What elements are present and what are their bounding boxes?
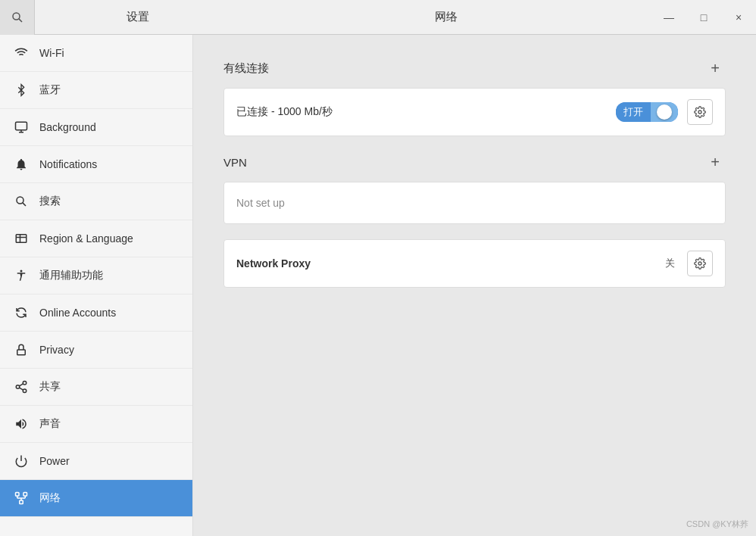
background-icon [12, 118, 30, 136]
proxy-label: Network Proxy [236, 257, 665, 270]
online-accounts-icon [12, 304, 30, 322]
titlebar: 设置 网络 — □ × [0, 0, 756, 35]
close-button[interactable]: × [721, 0, 756, 35]
sidebar-item-online-accounts-label: Online Accounts [39, 307, 116, 319]
wired-settings-button[interactable] [687, 99, 713, 125]
sidebar-item-accessibility-label: 通用辅助功能 [39, 269, 103, 282]
proxy-status: 关 [665, 257, 675, 270]
sidebar-item-wifi[interactable]: Wi-Fi [0, 35, 192, 72]
sidebar-item-sharing[interactable]: 共享 [0, 369, 192, 406]
sidebar-item-privacy-label: Privacy [39, 344, 74, 356]
sidebar-item-search[interactable]: 搜索 [0, 183, 192, 220]
wired-card: 已连接 - 1000 Mb/秒 打开 [223, 88, 726, 136]
wired-connection-row: 已连接 - 1000 Mb/秒 打开 [224, 89, 725, 136]
sidebar-item-notifications-label: Notifications [39, 158, 97, 170]
wired-toggle-thumb-area [651, 102, 678, 122]
svg-point-11 [23, 382, 27, 385]
proxy-settings-button[interactable] [687, 251, 713, 276]
maximize-button[interactable]: □ [686, 0, 721, 35]
sidebar-item-bluetooth-label: 蓝牙 [39, 83, 61, 97]
vpn-not-set-label: Not set up [236, 197, 713, 209]
region-icon [12, 229, 30, 248]
wired-toggle-group: 打开 [616, 99, 713, 125]
svg-rect-19 [20, 500, 23, 504]
minimize-button[interactable]: — [651, 0, 686, 35]
watermark: CSDN @KY林荞 [686, 519, 748, 530]
privacy-icon [12, 341, 30, 359]
sidebar: Wi-Fi 蓝牙 Background [0, 35, 193, 536]
svg-point-0 [13, 13, 20, 20]
sidebar-item-wifi-label: Wi-Fi [39, 47, 64, 59]
sidebar-item-background[interactable]: Background [0, 109, 192, 146]
sidebar-item-power[interactable]: Power [0, 443, 192, 480]
wired-section-header: 有线连接 + [223, 58, 726, 79]
wired-toggle-thumb [657, 104, 672, 120]
svg-point-24 [698, 111, 701, 114]
proxy-row: Network Proxy 关 [224, 240, 725, 287]
search-sidebar-icon [12, 192, 30, 210]
sidebar-item-bluetooth[interactable]: 蓝牙 [0, 72, 192, 109]
svg-point-5 [17, 197, 23, 204]
sound-icon [12, 415, 30, 433]
wired-toggle-label: 打开 [616, 102, 651, 122]
svg-rect-7 [16, 235, 27, 243]
wifi-icon [12, 44, 30, 62]
sidebar-item-power-label: Power [39, 455, 70, 467]
bluetooth-icon [12, 81, 30, 99]
sidebar-item-background-label: Background [39, 121, 96, 133]
power-icon [12, 452, 30, 470]
wired-toggle[interactable]: 打开 [616, 102, 678, 122]
accessibility-icon [12, 266, 30, 285]
wired-connection-status: 已连接 - 1000 Mb/秒 [236, 105, 616, 119]
search-button[interactable] [0, 0, 35, 35]
sidebar-item-region-label: Region & Language [39, 232, 133, 245]
network-title: 网络 [240, 10, 651, 24]
svg-line-1 [18, 18, 21, 21]
network-icon [12, 489, 30, 507]
sidebar-item-online-accounts[interactable]: Online Accounts [0, 294, 192, 332]
sidebar-item-accessibility[interactable]: 通用辅助功能 [0, 257, 192, 294]
svg-rect-18 [23, 493, 27, 497]
vpn-card: Not set up [223, 182, 726, 224]
svg-line-15 [19, 384, 23, 386]
svg-rect-2 [16, 122, 27, 130]
vpn-section-header: VPN + [223, 151, 726, 173]
content-area: 有线连接 + 已连接 - 1000 Mb/秒 打开 [193, 35, 756, 536]
sidebar-item-network-label: 网络 [39, 491, 61, 505]
vpn-add-button[interactable]: + [704, 151, 726, 173]
proxy-card: Network Proxy 关 [223, 239, 726, 288]
svg-point-13 [23, 389, 27, 393]
svg-point-25 [698, 262, 701, 265]
sidebar-item-network[interactable]: 网络 [0, 480, 192, 517]
sidebar-item-sharing-label: 共享 [39, 380, 61, 394]
sidebar-item-search-label: 搜索 [39, 195, 61, 208]
main-content: Wi-Fi 蓝牙 Background [0, 35, 756, 536]
sidebar-item-sound-label: 声音 [39, 417, 61, 431]
svg-rect-17 [16, 493, 20, 497]
svg-line-14 [19, 388, 23, 390]
sidebar-item-sound[interactable]: 声音 [0, 406, 192, 443]
window-controls: — □ × [651, 0, 756, 35]
svg-line-6 [23, 203, 26, 206]
wired-add-button[interactable]: + [704, 58, 726, 79]
sidebar-item-notifications[interactable]: Notifications [0, 146, 192, 183]
wired-title: 有线连接 [223, 61, 269, 76]
vpn-title: VPN [223, 156, 247, 169]
notifications-icon [12, 155, 30, 173]
sharing-icon [12, 378, 30, 396]
vpn-not-set-row: Not set up [224, 182, 725, 223]
settings-title: 设置 [35, 10, 240, 24]
sidebar-item-privacy[interactable]: Privacy [0, 332, 192, 369]
sidebar-item-region[interactable]: Region & Language [0, 220, 192, 257]
svg-point-10 [20, 270, 23, 273]
svg-point-12 [16, 385, 20, 389]
